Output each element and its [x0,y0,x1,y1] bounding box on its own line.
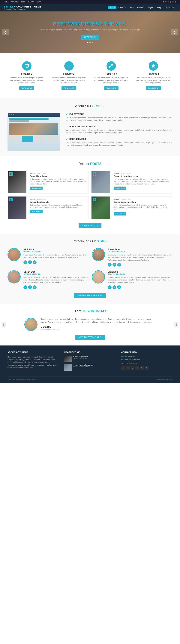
view-all-testimonials-button[interactable]: VIEW ALL TESTIMONIALS [75,335,105,340]
posts-grid: ▶ SIMPLE MAY 20, 2016 Convallis pulvinar… [7,170,173,219]
nav-home[interactable]: Home [108,6,116,10]
feature-text-3: Phasellus nec metus scelerisque, feugiat… [94,77,128,84]
nav-contact[interactable]: Contact Us [163,6,176,10]
post-read-btn-1[interactable]: READ MORE [30,186,42,190]
staff-twitter-icon-4[interactable]: t [113,285,116,289]
post-item-2: ▶ SIMPLE MAY 20, 2016 Consectetur ullamc… [91,170,172,194]
hero-next-button[interactable]: ❯ [171,29,178,35]
staff-facebook-icon-3[interactable]: f [23,285,27,289]
nav-shop[interactable]: Shop [155,6,163,10]
staff-avatar-image-2 [92,248,105,261]
nav-blog[interactable]: Blog [128,6,135,10]
post-read-btn-3[interactable]: READ MORE [30,210,42,213]
staff-twitter-icon-1[interactable]: t [28,260,32,264]
about-item-text-2: Nulla at ullamcorper sapien. Pellentesqu… [66,129,173,134]
posts-section: Recent POSTS ▶ SIMPLE MAY 20, 2016 Conva… [0,156,180,234]
about-section: About SKT SIMPLE [0,98,180,156]
staff-twitter-icon-2[interactable]: t [113,263,116,266]
hero-dot-2[interactable] [89,42,91,44]
post-date-3: MAY 20, 2016 [37,198,46,200]
testimonials-title-highlight: TESTIMONIALS [82,309,107,313]
features-section: Features 1 Phasellus nec metus scelerisq… [0,53,180,98]
post-read-btn-2[interactable]: READ MORE [114,186,126,190]
twitter-icon-top[interactable]: y [168,1,169,3]
staff-twitter-icon-3[interactable]: t [28,285,32,289]
post-title-2: Consectetur ullamcorper [114,175,171,177]
nav-pages[interactable]: Pages [146,6,155,10]
staff-item-3: Sarah Doe GRAPHIC DESIGNER Curabitur iac… [7,270,88,289]
facebook-icon-top[interactable]: f [163,1,164,3]
feature-icon-2 [64,61,74,71]
hero-cta-button[interactable]: READ MORE [81,34,100,40]
hero-prev-button[interactable]: ❮ [2,29,9,35]
about-item-text-1: Nulla at ullamcorper sapien. Pellentesqu… [66,117,173,122]
feature-item-4: Features 4 Phasellus nec metus scelerisq… [134,58,173,93]
check-icon-2: ✓ [66,125,68,128]
testimonial-next-button[interactable]: ❯ [175,322,178,327]
feature-icon-4 [149,61,158,71]
footer-post-date-1: May 20, 2016 [79,358,88,359]
hero-dot-3[interactable] [92,42,93,44]
post-date-1: MAY 20, 2016 [37,173,46,174]
footer-rss-icon[interactable]: ⊞ [145,366,149,370]
feature-item-1: Features 1 Phasellus nec metus scelerisq… [7,58,46,93]
footer-email-text: info@sitename.com [125,359,141,361]
main-nav: Home About Us Blog Portfolio Pages Shop … [108,6,176,10]
feature-btn-2[interactable]: READ MORE [61,86,76,90]
footer-post-date-2: May 20, 2016 [79,366,88,368]
google-plus-icon-top[interactable]: G+ [165,1,167,3]
staff-role-2: GRAPHIC DESIGNER [108,251,173,253]
rss-icon-top[interactable]: ⊞ [175,1,176,3]
footer-google-icon[interactable]: G+ [126,366,130,370]
footer-twitter-icon[interactable]: y [131,366,134,370]
staff-facebook-icon-4[interactable]: f [108,285,112,289]
staff-linkedin-icon-2[interactable]: in [117,263,121,266]
staff-social-2: f t in [108,263,173,266]
footer-linkedin-icon[interactable]: in [140,366,144,370]
staff-linkedin-icon-1[interactable]: in [33,260,36,264]
hero-title-highlight: THEMES. [104,21,127,27]
footer-pinterest-icon[interactable]: p [135,366,139,370]
feature-btn-4[interactable]: READ MORE [146,86,161,90]
header: SIMPLE WORDPRESS THEME Just another Word… [0,4,180,12]
post-meta-1: SIMPLE MAY 20, 2016 [30,173,87,174]
about-mini-bar-2 [22,136,33,142]
linkedin-icon-top[interactable]: in [172,1,174,3]
post-meta-2: SIMPLE MAY 20, 2016 [114,173,171,174]
hero-dot-1[interactable] [87,42,88,44]
footer-post-content-2: Consectetur ullamcorper Simple May 20, 2… [73,364,116,368]
posts-title-highlight: POSTS [90,162,102,166]
about-mini-bars [9,136,58,142]
staff-linkedin-icon-4[interactable]: in [117,285,121,289]
testimonial-text: Duis in aliquam turpis, eu fringilla lec… [41,318,156,324]
post-read-btn-4[interactable]: READ MORE [114,212,126,216]
staff-linkedin-icon-3[interactable]: in [33,285,36,289]
hero-title: BEST WORDPRESS THEMES. [40,21,140,27]
footer-posts-col: RECENT POSTS Convallis pulvinar Simple M… [64,351,116,372]
staff-role-3: GRAPHIC DESIGNER [23,273,88,275]
post-title-1: Convallis pulvinar [30,175,87,177]
nav-about[interactable]: About Us [116,6,128,10]
logo: SIMPLE WORDPRESS THEME Just another Word… [4,5,41,10]
staff-text-2: Lorem ipsum magna tempus. Morbi convalli… [108,254,173,262]
logo-title: SIMPLE WORDPRESS THEME [4,5,41,8]
footer-facebook-icon[interactable]: f [121,366,125,370]
testimonial-avatar-image [25,318,37,331]
view-all-team-button[interactable]: VIEW ALL TEAM MEMBERS [74,293,106,298]
view-all-posts-button[interactable]: VIEW ALL POSTS [79,223,101,228]
nav-portfolio[interactable]: Portfolio [135,6,146,10]
testimonial-prev-button[interactable]: ❮ [2,322,5,327]
footer-contact-web: ⊕ www.sitename.com [121,362,173,364]
footer-post-meta-1: Simple May 20, 2016 [73,358,116,359]
staff-avatar-image-4 [92,271,105,284]
post-category-3: SIMPLE [30,198,35,200]
feature-btn-1[interactable]: READ MORE [19,86,34,90]
pinterest-icon-top[interactable]: p [170,1,171,3]
footer-contact-col: CONTACT INFO ☎ 9876543210 ✉ info@sitenam… [121,351,173,372]
staff-grid: Nick Doe GRAPHIC DESIGNER Lorem ipsum do… [7,248,173,289]
staff-facebook-icon-1[interactable]: f [23,260,27,264]
staff-facebook-icon-2[interactable]: f [108,263,112,266]
about-item-1: ✓ EXPERT TEAM Nulla at ullamcorper sapie… [66,113,173,122]
feature-btn-3[interactable]: READ MORE [104,86,119,90]
feature-title-1: Features 1 [9,72,44,75]
